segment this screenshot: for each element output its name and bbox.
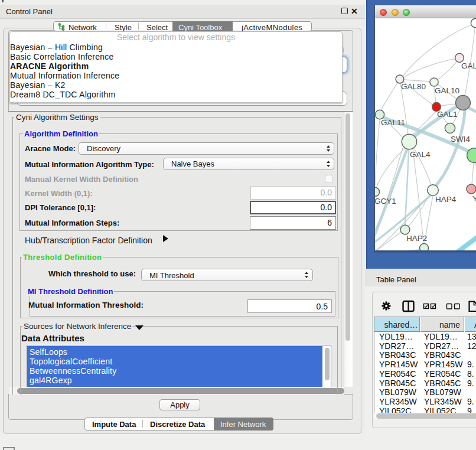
svg-text:HAP4: HAP4 bbox=[435, 195, 457, 204]
svg-text:GAL1: GAL1 bbox=[437, 110, 458, 119]
svg-text:Y: Y bbox=[472, 194, 476, 203]
svg-text:GAL4: GAL4 bbox=[410, 150, 431, 159]
svg-text:SWI4: SWI4 bbox=[451, 135, 470, 144]
svg-text:GAL: GAL bbox=[461, 61, 476, 70]
svg-text:HAP2: HAP2 bbox=[406, 234, 427, 243]
svg-text:GCY1: GCY1 bbox=[375, 197, 396, 206]
svg-text:GAL10: GAL10 bbox=[435, 86, 459, 95]
svg-text:GAL80: GAL80 bbox=[401, 82, 426, 91]
svg-text:GAL11: GAL11 bbox=[381, 118, 405, 127]
